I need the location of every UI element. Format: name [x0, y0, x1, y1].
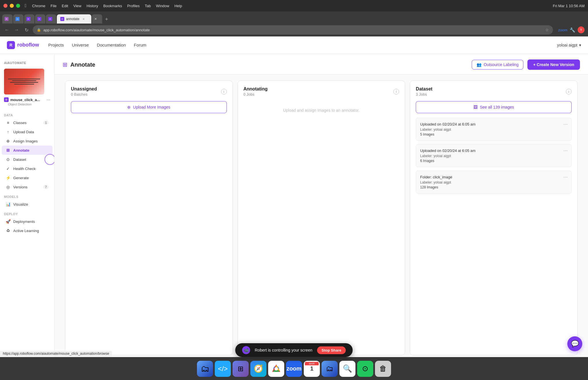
browser-tab-active[interactable]: R annotate ✕ [57, 14, 91, 24]
sidebar-item-assign-images[interactable]: ⊕ Assign Images [2, 136, 53, 146]
sidebar-item-classes[interactable]: ≡ Classes 1 [2, 118, 53, 127]
tab-close-icon[interactable]: ✕ [82, 18, 85, 21]
zoom-ext-icon[interactable]: zoom [558, 28, 567, 32]
browser-tab[interactable]: R [24, 14, 34, 24]
bookmark-icon[interactable]: ☆ [545, 28, 549, 32]
sidebar-item-dataset[interactable]: ⊙ Dataset [2, 155, 53, 164]
close-button[interactable] [3, 4, 7, 8]
sidebar-section-deploy: Deploy [0, 209, 54, 217]
dock-finder[interactable]: 🗂 [197, 361, 213, 377]
dataset-item-menu-icon[interactable]: ⋯ [563, 148, 568, 153]
dataset-info-icon[interactable]: i [566, 89, 572, 94]
menu-edit[interactable]: Edit [62, 4, 68, 8]
dataset-col-header: Dataset 3 Jobs i [416, 86, 572, 97]
nav-universe[interactable]: Universe [72, 43, 89, 47]
sidebar-label-assign: Assign Images [13, 139, 38, 143]
nav-documentation[interactable]: Documentation [97, 43, 126, 47]
browser-tab[interactable]: G [13, 14, 24, 24]
dataset-item-labeler: Labeler: yoloai aigpt [420, 180, 567, 184]
menu-chrome[interactable]: Chrome [32, 4, 45, 8]
main-layout: AIAUTOMATE ⊙ mouse_click_a... ⋯ Object D… [0, 54, 588, 363]
dataset-item: ⋯ Uploaded on 02/20/24 at 6:05 am Labele… [416, 144, 572, 167]
tab-favicon: R [37, 17, 41, 21]
page-title: Annotate [70, 61, 95, 68]
dock-calendar[interactable]: MAR 1 [304, 361, 320, 377]
health-check-icon: ✓ [6, 166, 10, 171]
versions-badge: 7 [43, 185, 49, 189]
labeler-label: Labeler: [420, 180, 432, 184]
nav-right: yoloai aigpt ▾ [557, 43, 581, 47]
menu-file[interactable]: File [51, 4, 57, 8]
browser-tab[interactable]: R [2, 14, 13, 24]
dock-finder-2[interactable]: 🗂 [322, 361, 338, 377]
browser-tab[interactable]: R [46, 14, 56, 24]
nav-projects[interactable]: Projects [48, 43, 64, 47]
chat-fab-button[interactable]: 💬 [567, 336, 582, 351]
cursor-circle [45, 154, 55, 165]
dataset-item-count: 5 Images [420, 132, 567, 136]
dock-safari[interactable]: 🧭 [250, 361, 266, 377]
back-button[interactable]: ← [3, 26, 10, 33]
menu-window[interactable]: Window [156, 4, 169, 8]
content-header: ⊞ Annotate 👥 Outsource Labeling + Create… [55, 54, 588, 75]
menu-history[interactable]: History [86, 4, 98, 8]
maximize-button[interactable] [16, 4, 20, 8]
tab-favicon: R [26, 17, 30, 21]
dock-launchpad[interactable]: ⊞ [233, 361, 249, 377]
dock-spotlight[interactable]: 🔍 [339, 361, 355, 377]
apps-icon: ⊞ [238, 365, 243, 373]
sidebar-item-visualize[interactable]: 📊 Visualize [2, 200, 53, 209]
project-menu-icon[interactable]: ⋯ [47, 98, 50, 102]
menu-bookmarks[interactable]: Bookmarks [103, 4, 122, 8]
browser-tab[interactable]: R [35, 14, 45, 24]
outsource-labeling-button[interactable]: 👥 Outsource Labeling [472, 60, 523, 70]
dataset-column: Dataset 3 Jobs i 🖼 See all 139 images ⋯ … [410, 80, 578, 355]
sidebar-item-versions[interactable]: ◎ Versions 7 [2, 182, 53, 192]
menu-help[interactable]: Help [174, 4, 182, 8]
dataset-item-labeler: Labeler: yoloai aigpt [420, 128, 567, 132]
menu-view[interactable]: View [73, 4, 81, 8]
dock-app-9[interactable]: ⊙ [357, 361, 373, 377]
minimize-button[interactable] [10, 4, 14, 8]
menu-profiles[interactable]: Profiles [127, 4, 140, 8]
sidebar-section-data: Data [0, 110, 54, 118]
browser-tab[interactable]: ✕ [92, 14, 102, 24]
sidebar-item-annotate[interactable]: ⊞ Annotate [2, 146, 53, 155]
nav-forum[interactable]: Forum [134, 43, 146, 47]
dock-vscode[interactable]: </> [215, 361, 231, 377]
unassigned-info-icon[interactable]: i [221, 89, 227, 94]
forward-button[interactable]: → [13, 26, 20, 33]
screen-share-message: Robert is controlling your screen [255, 348, 312, 352]
address-bar[interactable]: 🔒 app.roboflow.com/aiautomate/mouse_clic… [33, 25, 553, 34]
sidebar-item-deployments[interactable]: 🚀 Deployments [2, 217, 53, 226]
user-dropdown[interactable]: yoloai aigpt ▾ [557, 43, 581, 47]
dock-zoom[interactable]: zoom [286, 361, 302, 377]
sidebar-item-health-check[interactable]: ✓ Health Check [2, 164, 53, 173]
annotating-info-icon[interactable]: i [393, 89, 399, 94]
dataset-item-menu-icon[interactable]: ⋯ [563, 174, 568, 180]
ext-icon-1[interactable]: 🔧 [570, 27, 575, 33]
sidebar-item-active-learning[interactable]: ♻ Active Learning [2, 226, 53, 235]
sidebar-item-generate[interactable]: ⚡ Generate [2, 173, 53, 182]
profile-icon[interactable]: Y [578, 26, 585, 33]
annotating-column: Annotating 0 Jobs i Upload and assign im… [237, 80, 405, 355]
upload-more-images-button[interactable]: ⊕ Upload More Images [71, 101, 227, 113]
finder2-icon: 🗂 [326, 364, 333, 373]
stop-share-button[interactable]: Stop Share [317, 346, 346, 354]
project-name[interactable]: mouse_click_a... [10, 98, 40, 102]
dataset-item-menu-icon[interactable]: ⋯ [563, 121, 568, 127]
create-new-version-button[interactable]: + Create New Version [527, 59, 580, 70]
screen-share-bar: 📹 Robert is controlling your screen Stop… [235, 343, 353, 357]
reload-button[interactable]: ↻ [23, 26, 30, 33]
menu-tab[interactable]: Tab [145, 4, 151, 8]
sidebar-label-generate: Generate [13, 176, 29, 180]
trash-icon: 🗑 [379, 364, 387, 373]
project-type: Object Detection [4, 102, 50, 107]
sidebar-item-upload-data[interactable]: ↑ Upload Data [2, 127, 53, 136]
dock-chrome[interactable] [268, 361, 284, 377]
new-tab-button[interactable]: + [103, 15, 111, 24]
see-all-images-button[interactable]: 🖼 See all 139 images [416, 101, 572, 113]
dock-trash[interactable]: 🗑 [375, 361, 391, 377]
unassigned-col-title: Unassigned [71, 86, 97, 92]
tab-favicon: G [16, 17, 20, 21]
